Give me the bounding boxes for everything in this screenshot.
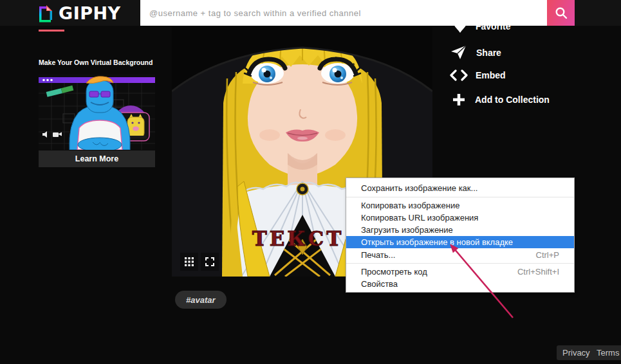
add-to-collection-label: Add to Collection — [475, 95, 550, 105]
context-menu: Сохранить изображение как... Копировать … — [346, 177, 575, 293]
giphy-logo-text: GIPHY — [59, 3, 121, 23]
fullscreen-button[interactable] — [201, 253, 219, 271]
tag-avatar[interactable]: #avatar — [175, 291, 227, 309]
search-input[interactable] — [140, 0, 547, 26]
menu-item-label: Открыть изображение в новой вкладке — [361, 237, 513, 247]
menu-separator — [346, 197, 574, 197]
menu-item-copy-image[interactable]: Копировать изображение — [346, 199, 574, 212]
giphy-logo-icon — [39, 5, 53, 23]
menu-item-properties[interactable]: Свойства — [346, 278, 574, 290]
menu-item-label: Печать... — [361, 250, 395, 260]
menu-item-label: Копировать изображение — [361, 201, 459, 210]
giphy-logo[interactable]: GIPHY — [39, 3, 121, 23]
menu-item-label: Сохранить изображение как... — [361, 183, 477, 193]
embed-button[interactable]: Embed — [450, 69, 506, 81]
plus-icon — [452, 93, 466, 107]
code-brackets-icon — [450, 69, 468, 81]
menu-item-print[interactable]: Печать... Ctrl+P — [346, 248, 574, 261]
menu-item-open-image-new-tab[interactable]: Открыть изображение в новой вкладке — [346, 236, 574, 248]
share-button[interactable]: Share — [450, 45, 501, 60]
virtual-background-ad[interactable] — [39, 74, 155, 150]
fullscreen-icon — [205, 257, 214, 266]
grid-view-button[interactable] — [180, 253, 198, 271]
share-label: Share — [476, 48, 501, 58]
menu-separator — [346, 263, 574, 264]
search-icon — [555, 6, 568, 19]
menu-item-inspect[interactable]: Просмотреть код Ctrl+Shift+I — [346, 266, 574, 278]
image-overlay-text: ТЕКСТ — [252, 227, 344, 250]
grid-icon — [185, 257, 194, 266]
virtual-background-ad-image — [39, 74, 155, 150]
ad-heading: Make Your Own Virtual Background — [39, 59, 161, 66]
top-nav-bar: GIPHY — [0, 0, 621, 26]
search-button[interactable] — [547, 0, 575, 26]
menu-item-label: Загрузить изображение — [361, 225, 453, 235]
menu-item-copy-image-url[interactable]: Копировать URL изображения — [346, 212, 574, 224]
menu-item-shortcut: Ctrl+P — [536, 250, 559, 260]
menu-item-shortcut: Ctrl+Shift+I — [517, 267, 559, 277]
add-to-collection-button[interactable]: Add to Collection — [452, 93, 550, 107]
paper-plane-icon — [450, 45, 467, 60]
menu-item-label: Просмотреть код — [361, 267, 427, 277]
menu-item-label: Копировать URL изображения — [361, 213, 478, 223]
privacy-button[interactable]: Privacy — [557, 345, 596, 360]
giphy-page: GIPHY Make Your Own Virtual Background — [0, 0, 621, 364]
search-bar — [140, 0, 575, 26]
terms-button[interactable]: Terms — [591, 345, 621, 360]
learn-more-button[interactable]: Learn More — [39, 150, 155, 167]
embed-label: Embed — [476, 70, 506, 80]
menu-item-download-image[interactable]: Загрузить изображение — [346, 224, 574, 236]
menu-item-save-image-as[interactable]: Сохранить изображение как... — [346, 181, 574, 195]
active-tab-indicator — [39, 30, 64, 32]
menu-item-label: Свойства — [361, 279, 398, 289]
